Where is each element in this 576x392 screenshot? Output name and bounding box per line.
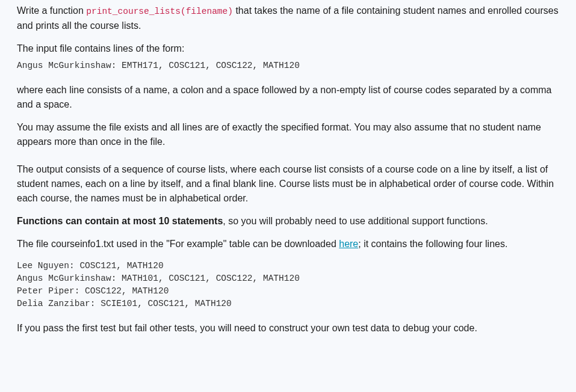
statement-limit-paragraph: Functions can contain at most 10 stateme… (17, 214, 559, 228)
line-format-description: where each line consists of a name, a co… (17, 83, 559, 112)
intro-text-a: Write a function (17, 5, 86, 16)
intro-paragraph: Write a function print_course_lists(file… (17, 4, 559, 33)
question-body: Write a function print_course_lists(file… (0, 0, 576, 355)
statement-limit-bold: Functions can contain at most 10 stateme… (17, 216, 223, 226)
output-description: The output consists of a sequence of cou… (17, 162, 559, 206)
input-format-label: The input file contains lines of the for… (17, 41, 559, 56)
download-text-b: ; it contains the following four lines. (358, 239, 507, 249)
download-text-a: The file courseinfo1.txt used in the "Fo… (17, 239, 339, 249)
function-signature-code: print_course_lists(filename) (86, 7, 233, 16)
download-link[interactable]: here (339, 239, 358, 249)
file-contents-block: Lee Nguyen: COSC121, MATH120 Angus McGur… (17, 260, 559, 310)
assumptions-paragraph: You may assume the file exists and all l… (17, 120, 559, 149)
download-paragraph: The file courseinfo1.txt used in the "Fo… (17, 237, 559, 251)
statement-limit-rest: , so you will probably need to use addit… (223, 216, 488, 226)
testing-hint: If you pass the first test but fail othe… (17, 321, 559, 335)
example-input-line: Angus McGurkinshaw: EMTH171, COSC121, CO… (17, 60, 559, 72)
